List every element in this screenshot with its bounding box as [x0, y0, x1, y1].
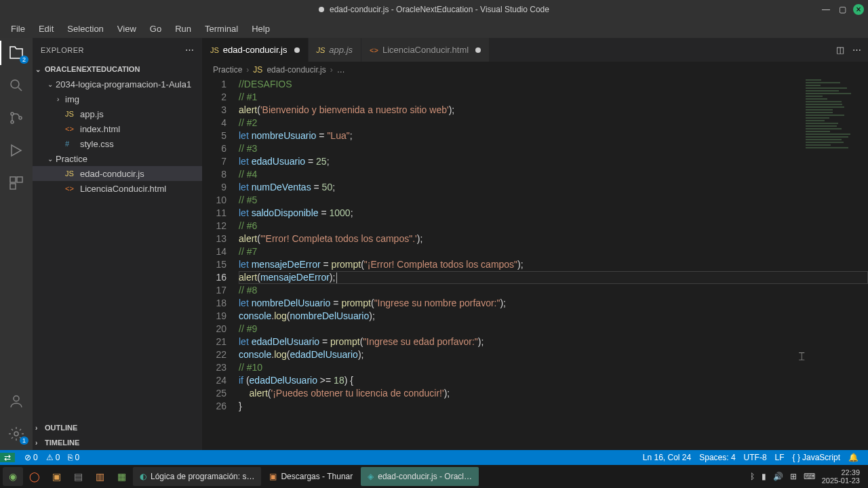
code-line[interactable]: let saldoDisponible = 1000;: [239, 207, 868, 220]
code-line[interactable]: alert('Bienvenido y bienvenida a nuestro…: [239, 104, 868, 117]
editor-tab[interactable]: JSedad-conducir.js: [202, 38, 309, 62]
eol[interactable]: LF: [771, 453, 789, 462]
menu-help[interactable]: Help: [245, 21, 277, 37]
ports-button[interactable]: ⎘ 0: [64, 453, 83, 462]
code-line[interactable]: // #10: [239, 361, 868, 374]
start-menu-icon[interactable]: ◉: [3, 467, 23, 486]
firefox-icon[interactable]: ◯: [24, 467, 45, 486]
sidebar-more-icon[interactable]: ⋯: [185, 45, 194, 55]
menu-go[interactable]: Go: [143, 21, 168, 37]
remote-button[interactable]: ⇄: [0, 453, 15, 462]
tree-item[interactable]: JSapp.js: [33, 106, 202, 121]
code-line[interactable]: // #4: [239, 168, 868, 181]
code-line[interactable]: //DESAFIOS: [239, 78, 868, 91]
taskbar-vscode[interactable]: ◈edad-conducir.js - Oracl…: [361, 467, 479, 486]
code-line[interactable]: let nombreDelUsuario = prompt("Ingrese s…: [239, 297, 868, 310]
breadcrumb-item[interactable]: edad-conducir.js: [267, 65, 326, 75]
settings-icon[interactable]: 1: [7, 424, 26, 443]
cursor-position[interactable]: Ln 16, Col 24: [639, 453, 695, 462]
keyboard-icon[interactable]: ⌨: [804, 472, 815, 481]
code-line[interactable]: // #2: [239, 117, 868, 129]
breadcrumb-item[interactable]: Practice: [213, 65, 242, 75]
bluetooth-icon[interactable]: ᛒ: [750, 472, 755, 481]
settings-badge: 1: [20, 436, 28, 445]
notifications-icon[interactable]: 🔔: [844, 453, 863, 462]
menu-file[interactable]: File: [4, 21, 32, 37]
code-content[interactable]: //DESAFIOS// #1alert('Bienvenido y bienv…: [239, 78, 868, 450]
section-timeline[interactable]: ›TIMELINE: [33, 435, 202, 450]
menu-view[interactable]: View: [111, 21, 143, 37]
menu-selection[interactable]: Selection: [60, 21, 110, 37]
run-debug-icon[interactable]: [7, 141, 26, 160]
code-line[interactable]: let mensajeDeError = prompt("¡Error! Com…: [239, 258, 868, 271]
code-line[interactable]: alert(mensajeDeError);: [239, 271, 868, 284]
app-icon-2[interactable]: ▦: [111, 467, 132, 486]
code-line[interactable]: let nombreUsuario = "Lua";: [239, 129, 868, 142]
code-line[interactable]: alert('¡Puedes obtener tu licencia de co…: [239, 387, 868, 400]
taskbar-browser[interactable]: ◐Lógica de programación: s…: [133, 467, 261, 486]
breadcrumb-item[interactable]: …: [337, 65, 345, 75]
more-icon[interactable]: ⋯: [852, 45, 861, 55]
code-line[interactable]: console.log(edadDelUsuario);: [239, 348, 868, 361]
tree-item[interactable]: <>LicenciaConducir.html: [33, 181, 202, 196]
tree-item[interactable]: JSedad-conducir.js: [33, 166, 202, 181]
sidebar-title: EXPLORER: [41, 46, 84, 54]
system-tray: ᛒ ▮ 🔊 ⊞ ⌨ 22:39 2025-01-23: [750, 468, 865, 485]
language-mode[interactable]: { } JavaScript: [789, 453, 844, 462]
menubar: FileEditSelectionViewGoRunTerminalHelp: [0, 19, 868, 38]
menu-edit[interactable]: Edit: [32, 21, 60, 37]
maximize-button[interactable]: ▢: [837, 4, 848, 15]
errors-button[interactable]: ⊘ 0: [20, 453, 42, 462]
code-line[interactable]: alert('"Error! Completa todos los campos…: [239, 232, 868, 245]
code-line[interactable]: // #7: [239, 245, 868, 258]
terminal-icon[interactable]: ▤: [68, 467, 88, 486]
files-icon[interactable]: ▣: [46, 467, 66, 486]
search-icon[interactable]: [7, 76, 26, 95]
code-line[interactable]: // #8: [239, 284, 868, 297]
account-icon[interactable]: [7, 392, 26, 411]
split-editor-icon[interactable]: ◫: [836, 45, 844, 55]
taskbar-files[interactable]: ▣Descargas - Thunar: [262, 467, 359, 486]
encoding[interactable]: UTF-8: [740, 453, 771, 462]
project-root[interactable]: ⌄ ORACLENEXTEDUCATION: [33, 62, 202, 77]
explorer-icon[interactable]: 2: [7, 43, 26, 62]
source-control-icon[interactable]: [7, 108, 26, 127]
extensions-icon[interactable]: [7, 174, 26, 192]
code-line[interactable]: let edadDelUsuario = prompt("Ingrese su …: [239, 336, 868, 348]
warnings-button[interactable]: ⚠ 0: [42, 453, 64, 462]
code-line[interactable]: // #1: [239, 91, 868, 104]
editor-tab[interactable]: <>LicenciaConducir.html: [361, 38, 490, 62]
app-icon[interactable]: ▥: [90, 467, 110, 486]
menu-terminal[interactable]: Terminal: [198, 21, 245, 37]
network-icon[interactable]: ⊞: [790, 472, 797, 481]
code-line[interactable]: let numDeVentas = 50;: [239, 181, 868, 194]
tree-item[interactable]: <>index.html: [33, 121, 202, 136]
menu-run[interactable]: Run: [168, 21, 198, 37]
text-cursor-icon: ⌶: [799, 350, 800, 362]
clock[interactable]: 22:39 2025-01-23: [822, 468, 860, 485]
svg-point-2: [11, 121, 14, 123]
code-line[interactable]: // #3: [239, 142, 868, 155]
volume-icon[interactable]: 🔊: [773, 472, 783, 481]
editor-tab[interactable]: JSapp.js: [309, 38, 362, 62]
code-line[interactable]: // #9: [239, 323, 868, 336]
html-icon: <>: [65, 125, 76, 133]
code-line[interactable]: if (edadDelUsuario >= 18) {: [239, 374, 868, 387]
tree-item[interactable]: ›img: [33, 92, 202, 106]
code-editor[interactable]: 1234567891011121314151617181920212223242…: [202, 78, 868, 450]
tree-item[interactable]: #style.css: [33, 136, 202, 151]
close-button[interactable]: ×: [853, 4, 864, 15]
code-line[interactable]: // #5: [239, 194, 868, 207]
minimize-button[interactable]: —: [821, 4, 831, 15]
code-line[interactable]: let edadUsuario = 25;: [239, 155, 868, 168]
code-line[interactable]: }: [239, 400, 868, 413]
minimap[interactable]: [800, 78, 868, 159]
tree-item[interactable]: ⌄Practice: [33, 151, 202, 166]
breadcrumbs[interactable]: Practice › JS edad-conducir.js › …: [202, 62, 868, 78]
code-line[interactable]: // #6: [239, 220, 868, 232]
battery-icon[interactable]: ▮: [762, 472, 766, 481]
code-line[interactable]: console.log(nombreDelUsuario);: [239, 310, 868, 323]
indentation[interactable]: Spaces: 4: [695, 453, 739, 462]
tree-item[interactable]: ⌄2034-logica-programacion-1-Aula1: [33, 77, 202, 92]
section-outline[interactable]: ›OUTLINE: [33, 420, 202, 435]
